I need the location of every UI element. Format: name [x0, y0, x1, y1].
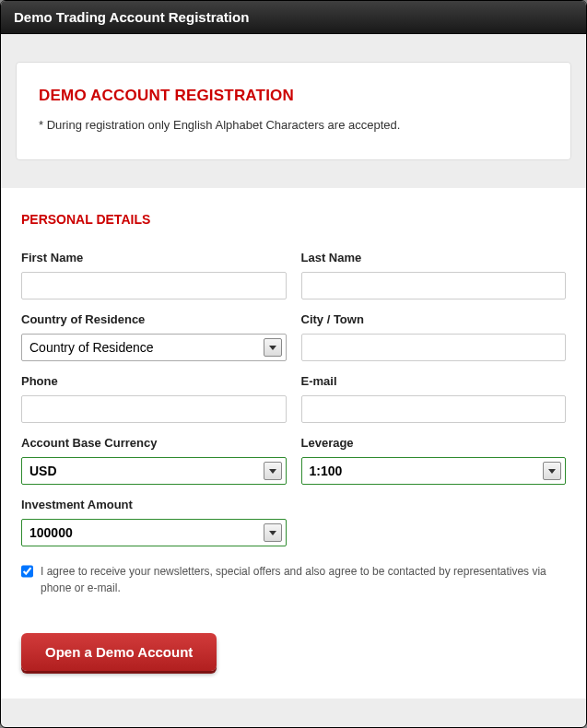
investment-select[interactable]: 100000 — [21, 519, 287, 546]
first-name-input[interactable] — [21, 272, 287, 299]
chevron-down-icon — [264, 523, 282, 542]
consent-checkbox[interactable] — [21, 565, 33, 578]
notice-title: DEMO ACCOUNT REGISTRATION — [39, 87, 548, 105]
label-leverage: Leverage — [301, 436, 567, 450]
label-email: E-mail — [301, 374, 567, 388]
last-name-input[interactable] — [301, 272, 567, 299]
consent-row: I agree to receive your newsletters, spe… — [21, 563, 566, 596]
investment-select-value: 100000 — [29, 525, 73, 540]
label-last-name: Last Name — [301, 251, 567, 264]
label-investment: Investment Amount — [21, 498, 287, 511]
chevron-down-icon — [543, 462, 561, 480]
registration-window: Demo Trading Account Registration DEMO A… — [0, 0, 587, 728]
window-title: Demo Trading Account Registration — [1, 1, 586, 34]
label-first-name: First Name — [21, 251, 287, 264]
consent-text: I agree to receive your newsletters, spe… — [41, 563, 566, 596]
chevron-down-icon — [264, 338, 282, 357]
notice-text: * During registration only English Alpha… — [39, 118, 548, 132]
label-country: Country of Residence — [21, 312, 287, 326]
chevron-down-icon — [264, 462, 282, 480]
notice-card: DEMO ACCOUNT REGISTRATION * During regis… — [16, 62, 571, 160]
currency-select[interactable]: USD — [21, 457, 287, 485]
label-currency: Account Base Currency — [21, 436, 287, 450]
form-area: PERSONAL DETAILS First Name Last Name Co… — [1, 188, 586, 699]
leverage-select-value: 1:100 — [310, 464, 343, 478]
section-personal-details: PERSONAL DETAILS — [21, 212, 566, 227]
phone-input[interactable] — [21, 395, 287, 423]
country-select[interactable]: Country of Residence — [21, 334, 287, 361]
currency-select-value: USD — [29, 464, 57, 478]
label-phone: Phone — [21, 374, 287, 388]
city-input[interactable] — [301, 334, 567, 361]
email-input[interactable] — [301, 395, 567, 423]
leverage-select[interactable]: 1:100 — [301, 457, 567, 485]
label-city: City / Town — [301, 312, 567, 326]
country-select-value: Country of Residence — [29, 340, 154, 355]
top-panel: DEMO ACCOUNT REGISTRATION * During regis… — [1, 34, 586, 160]
open-demo-account-button[interactable]: Open a Demo Account — [21, 633, 217, 671]
